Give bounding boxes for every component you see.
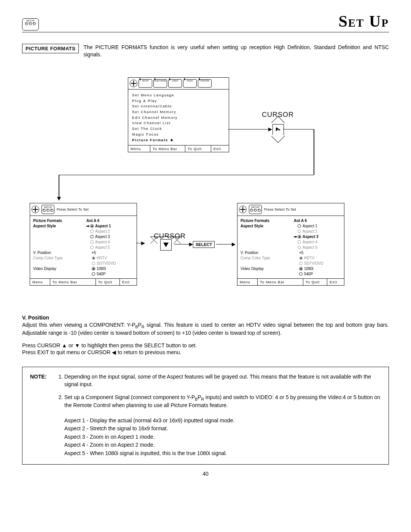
page-number: 40	[22, 471, 389, 477]
arrow-right-icon	[171, 139, 173, 142]
tab-theater: THEATER	[198, 79, 212, 88]
footer-quit: To Quit	[185, 145, 211, 152]
page-title: Set Up	[338, 12, 389, 30]
menu-item: Set The Clock	[132, 126, 225, 132]
footer-quit: To Quit	[96, 279, 120, 285]
cursor-down-button[interactable]	[160, 239, 172, 251]
vposition-paragraph: Adjust this when viewing a COMPONENT: Y-…	[22, 321, 389, 337]
aspect-def: Aspect 2 - Stretch the signal to 16x9 fo…	[64, 425, 381, 433]
footer-menubar: To Menu Bar	[150, 145, 185, 152]
tab-customize: CUSTOMIZE	[153, 79, 167, 88]
vposition-instruction-1: Press CURSOR ▲ or ▼ to highlight then pr…	[22, 342, 389, 349]
menu-item: Magic Focus	[132, 132, 225, 137]
vposition-heading: V. Position	[22, 314, 389, 321]
page-header: SETUP Set Up	[22, 12, 389, 32]
tab-video: VIDEO	[168, 79, 182, 88]
note-box: NOTE: Depending on the input signal, som…	[22, 367, 389, 464]
aspect-def: Aspect 4 - Zoom in on Aspect 2 mode.	[64, 441, 381, 449]
osd-setup-menu: SETUP CUSTOMIZE VIDEO AUDIO THEATER Set …	[128, 77, 229, 152]
menu-item: Set Antenna/Cable	[132, 104, 225, 109]
footer-exit: Exit	[120, 279, 137, 285]
tab-setup: SETUP	[139, 79, 152, 88]
nav-pad-icon	[32, 206, 39, 213]
tab-audio: AUDIO	[183, 79, 197, 88]
picture-formats-label: PICTURE FORMATS	[22, 44, 79, 53]
footer-exit: Exit	[211, 145, 229, 152]
intro-row: PICTURE FORMATS The PICTURE FORMATS func…	[22, 44, 389, 58]
osd-footer: Menu To Menu Bar To Quit Exit	[128, 145, 229, 152]
osd-tab-bar: SETUP CUSTOMIZE VIDEO AUDIO THEATER	[128, 78, 229, 89]
footer-quit: To Quit	[303, 279, 327, 285]
osd-picture-formats-right: SETUP Press Select To Set Picture Format…	[237, 203, 344, 286]
setup-mini-badge: SETUP	[41, 205, 54, 214]
note-item-1: Depending on the input signal, some of t…	[64, 373, 381, 388]
triangle-down-icon	[163, 243, 169, 247]
osd2-topbar: SETUP Press Select To Set	[30, 203, 137, 216]
diagram: SETUP CUSTOMIZE VIDEO AUDIO THEATER Set …	[22, 77, 389, 306]
vposition-section: V. Position Adjust this when viewing a C…	[22, 314, 389, 356]
menu-item: Set Menu Language	[132, 93, 225, 98]
menu-item: Plug & Play	[132, 98, 225, 104]
aspect-definitions: Aspect 1 - Display the actual (normal 4x…	[64, 417, 381, 457]
menu-item: Set Channel Memory	[132, 109, 225, 115]
osd-setup-body: Set Menu Language Plug & Play Set Antenn…	[128, 89, 229, 145]
note-label: NOTE:	[30, 373, 57, 414]
press-select-text: Press Select To Set	[264, 208, 296, 211]
footer-menu: Menu	[30, 279, 50, 285]
menu-item: View Channel List	[132, 120, 225, 126]
aspect-def: Aspect 3 - Zoom in on Aspect 1 mode.	[64, 433, 381, 441]
press-select-text: Press Select To Set	[57, 208, 89, 211]
osd2-footer: Menu To Menu Bar To Quit Exit	[30, 278, 137, 285]
footer-menubar: To Menu Bar	[50, 279, 96, 285]
osd2-topbar: SETUP Press Select To Set	[237, 203, 344, 216]
select-button[interactable]: SELECT	[193, 241, 215, 248]
aspect-def: Aspect 1 - Display the actual (normal 4x…	[64, 417, 381, 425]
setup-mini-badge: SETUP	[249, 205, 262, 214]
intro-text: The PICTURE FORMATS function is very use…	[83, 44, 389, 58]
footer-exit: Exit	[327, 279, 344, 285]
vposition-instruction-2: Press EXIT to quit menu or CURSOR ◀ to r…	[22, 349, 389, 356]
setup-badge-icon: SETUP	[22, 18, 39, 30]
nav-pad-icon	[130, 80, 137, 87]
footer-menu: Menu	[128, 145, 150, 152]
menu-item: Edit Channel Memory	[132, 115, 225, 121]
nav-pad-icon	[239, 206, 247, 213]
osd2-footer: Menu To Menu Bar To Quit Exit	[237, 278, 344, 285]
osd-picture-formats-left: SETUP Press Select To Set Picture Format…	[30, 203, 137, 286]
footer-menubar: To Menu Bar	[258, 279, 303, 285]
setup-badge-label: SETUP	[26, 19, 35, 22]
footer-menu: Menu	[237, 279, 258, 285]
aspect-def: Aspect 5 - When 1080i signal is inputted…	[64, 450, 381, 457]
menu-item-picture-formats: Picture Formats	[132, 137, 225, 143]
note-item-2: Set up a Component Signal (connect compo…	[64, 394, 381, 409]
